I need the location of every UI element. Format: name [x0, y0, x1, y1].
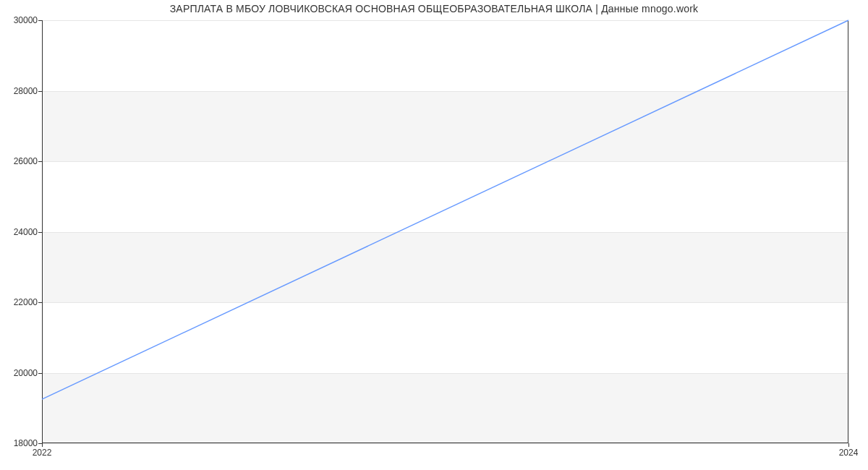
plot-area: 18000200002200024000260002800030000 2022…	[42, 20, 848, 443]
x-tick-label: 2024	[839, 448, 859, 458]
y-tick-mark	[38, 161, 42, 162]
y-tick-label: 30000	[7, 15, 38, 25]
y-tick-label: 20000	[7, 368, 38, 378]
x-tick-label: 2022	[33, 448, 52, 458]
line-layer	[42, 20, 848, 443]
y-tick-label: 18000	[7, 438, 38, 448]
gridline	[42, 443, 848, 444]
y-tick-mark	[38, 232, 42, 233]
x-tick-mark	[42, 443, 43, 447]
y-tick-label: 28000	[7, 86, 38, 96]
y-tick-label: 24000	[7, 227, 38, 237]
chart-title: ЗАРПЛАТА В МБОУ ЛОВЧИКОВСКАЯ ОСНОВНАЯ ОБ…	[0, 3, 868, 14]
y-tick-label: 22000	[7, 297, 38, 307]
y-tick-label: 26000	[7, 156, 38, 166]
y-tick-mark	[38, 20, 42, 21]
y-tick-mark	[38, 302, 42, 303]
y-tick-mark	[38, 373, 42, 374]
data-line	[42, 20, 848, 399]
y-tick-mark	[38, 91, 42, 92]
x-tick-mark	[848, 443, 849, 447]
